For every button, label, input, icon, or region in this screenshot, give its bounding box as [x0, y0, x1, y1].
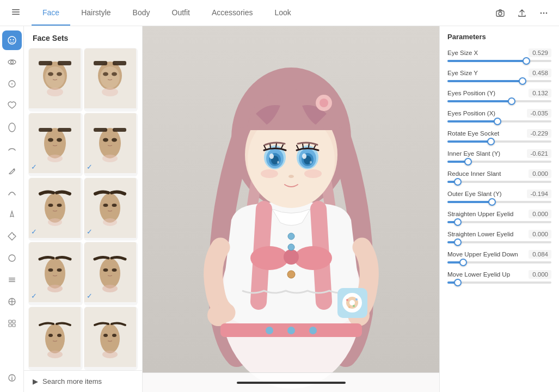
slider-thumb-7[interactable]: [488, 198, 496, 206]
slider-track-2[interactable]: [447, 100, 551, 102]
face-item-1[interactable]: ✓: [28, 48, 83, 112]
param-label-7: Outer Eye Slant (Y): [447, 191, 502, 197]
parameters-panel: Parameters Eye Size X0.529Eye Size Y0.45…: [439, 26, 559, 392]
svg-point-46: [48, 138, 53, 142]
sidebar-icon-oval[interactable]: [2, 118, 22, 137]
param-label-10: Move Upper Eyelid Down: [447, 251, 518, 258]
slider-thumb-11[interactable]: [454, 279, 462, 286]
slider-thumb-3[interactable]: [494, 118, 501, 125]
tab-outfit[interactable]: Outfit: [161, 1, 201, 26]
slider-track-11[interactable]: [447, 281, 551, 284]
face-item-2[interactable]: ✓: [84, 48, 138, 112]
camera-button[interactable]: [492, 4, 509, 22]
svg-point-65: [45, 258, 65, 289]
slider-thumb-6[interactable]: [454, 178, 462, 186]
svg-point-88: [288, 244, 294, 250]
sidebar-icon-pin[interactable]: [2, 292, 22, 311]
more-button[interactable]: [535, 4, 552, 22]
svg-point-86: [284, 249, 299, 265]
param-label-6: Reduce Inner Slant: [447, 170, 501, 177]
svg-point-30: [11, 376, 13, 377]
sidebar-icon-info[interactable]: [2, 368, 22, 388]
svg-point-71: [112, 268, 117, 272]
tab-body[interactable]: Body: [122, 1, 161, 26]
slider-track-0[interactable]: [447, 60, 551, 62]
tab-accessories[interactable]: Accessories: [201, 1, 263, 26]
tab-look[interactable]: Look: [263, 1, 302, 26]
svg-point-50: [47, 155, 63, 162]
sidebar-icon-face[interactable]: [2, 30, 22, 50]
slider-thumb-10[interactable]: [459, 259, 467, 266]
svg-point-5: [540, 12, 542, 14]
param-row-5: Inner Eye Slant (Y)-0.621: [447, 149, 551, 163]
svg-rect-0: [12, 9, 20, 10]
face-item-3[interactable]: ✓: [28, 113, 83, 176]
search-more-items[interactable]: ▶ Search more items: [24, 370, 142, 392]
param-row-7: Outer Eye Slant (Y)-0.194: [447, 189, 551, 203]
face-item-6[interactable]: ✓: [84, 177, 138, 241]
param-value-4: -0.229: [527, 129, 551, 138]
slider-thumb-1[interactable]: [519, 77, 526, 85]
sidebar-icons: [0, 26, 24, 392]
sidebar-icon-bars[interactable]: [2, 270, 22, 290]
sidebar-icon-curve[interactable]: [2, 139, 22, 159]
share-button[interactable]: [513, 4, 531, 22]
menu-icon[interactable]: [7, 3, 25, 23]
sidebar-icon-grid[interactable]: [2, 314, 22, 333]
svg-point-78: [103, 334, 108, 337]
param-row-3: Eyes Position (X)-0.035: [447, 109, 551, 122]
svg-point-72: [102, 285, 118, 292]
slider-track-4[interactable]: [447, 140, 551, 143]
timeline-bar[interactable]: [237, 382, 346, 384]
face-item-10[interactable]: ✓: [84, 307, 138, 370]
sidebar-icon-circle[interactable]: [2, 248, 22, 268]
slider-thumb-9[interactable]: [454, 238, 462, 246]
slider-track-6[interactable]: [447, 181, 551, 183]
slider-thumb-0[interactable]: [523, 57, 530, 65]
sidebar-icon-heart[interactable]: [2, 96, 22, 115]
face-item-9[interactable]: ✓: [28, 307, 83, 370]
tab-hairstyle[interactable]: Hairstyle: [70, 1, 121, 26]
param-row-8: Straighten Upper Eyelid0.000: [447, 210, 551, 223]
slider-track-9[interactable]: [447, 241, 551, 243]
svg-point-14: [11, 83, 13, 85]
face-item-5[interactable]: ✓: [28, 177, 83, 241]
slider-track-3[interactable]: [447, 120, 551, 122]
face-item-4[interactable]: ✓: [84, 113, 138, 176]
face-item-7[interactable]: ✓: [28, 242, 83, 305]
slider-track-8[interactable]: [447, 221, 551, 223]
svg-point-109: [207, 304, 229, 326]
param-row-9: Straighten Lower Eyelid0.000: [447, 230, 551, 243]
slider-track-7[interactable]: [447, 201, 551, 203]
param-label-9: Straighten Lower Eyelid: [447, 231, 513, 237]
svg-point-77: [100, 324, 120, 353]
face-item-8[interactable]: ✓: [84, 242, 138, 305]
slider-thumb-2[interactable]: [508, 97, 515, 105]
sidebar-icon-eye[interactable]: [2, 52, 22, 72]
svg-point-121: [287, 327, 295, 334]
slider-thumb-8[interactable]: [454, 218, 462, 226]
sidebar-icon-arch[interactable]: [2, 183, 22, 203]
svg-point-56: [102, 155, 118, 162]
svg-point-69: [100, 258, 120, 289]
sidebar-icon-nose[interactable]: [2, 205, 22, 224]
svg-point-10: [13, 39, 14, 40]
sidebar-icon-brow[interactable]: [2, 74, 22, 94]
svg-point-40: [103, 72, 108, 76]
svg-point-17: [9, 255, 15, 261]
slider-thumb-5[interactable]: [464, 158, 472, 166]
top-nav: Face Hairstyle Body Outfit Accessories L…: [0, 0, 559, 26]
slider-track-5[interactable]: [447, 161, 551, 163]
svg-point-7: [546, 12, 548, 14]
param-value-7: -0.194: [527, 189, 551, 198]
svg-point-62: [103, 204, 108, 207]
slider-fill-4: [447, 140, 491, 143]
sidebar-icon-tag[interactable]: [2, 226, 22, 246]
face-grid: ✓ ✓: [24, 48, 142, 370]
slider-track-1[interactable]: [447, 80, 551, 82]
slider-thumb-4[interactable]: [487, 138, 495, 145]
slider-track-10[interactable]: [447, 261, 551, 264]
tab-face[interactable]: Face: [32, 1, 70, 26]
svg-point-99: [277, 161, 279, 164]
sidebar-icon-pen[interactable]: [2, 161, 22, 181]
